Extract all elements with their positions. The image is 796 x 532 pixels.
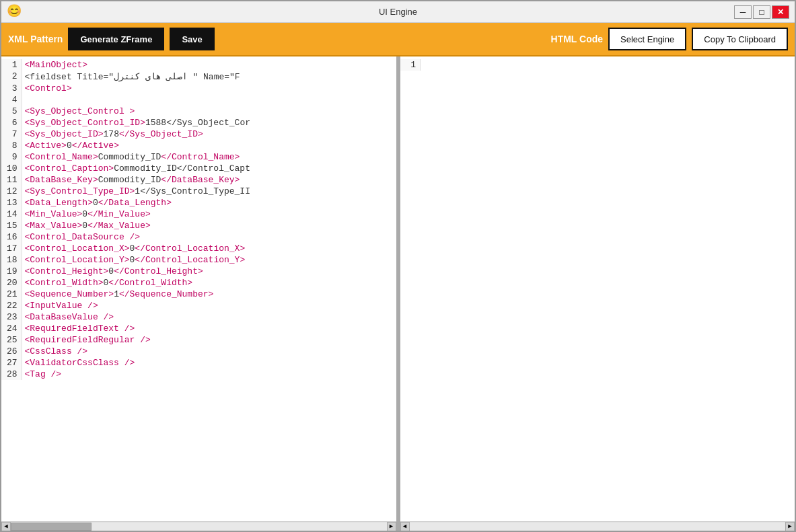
table-row: 2 <fieldset Title="اصلی های کنترل " Name… (1, 71, 396, 83)
line-number: 13 (1, 197, 22, 208)
line-number: 28 (1, 369, 22, 380)
line-number: 11 (1, 174, 22, 186)
toolbar: XML Pattern Generate ZFrame Save HTML Co… (1, 23, 795, 56)
line-code: <DataBase_Key>Commodity_ID</DataBase_Key… (22, 174, 396, 186)
line-code: <Sys_Object_Control_ID>1588</Sys_Object_… (22, 117, 396, 128)
line-code: <Control_Location_X>0</Control_Location_… (22, 243, 396, 254)
table-row: 1<MainObject> (1, 59, 396, 71)
table-row: 14 <Min_Value>0</Min_Value> (1, 208, 396, 220)
line-number: 12 (1, 186, 22, 197)
line-number: 6 (1, 117, 22, 128)
window-title: UI Engine (379, 7, 417, 17)
line-code: <Tag /> (22, 369, 396, 380)
table-row: 12 <Sys_Control_Type_ID>1</Sys_Control_T… (1, 186, 396, 197)
line-code: <Control_Width>0</Control_Width> (22, 277, 396, 289)
table-row: 18 <Control_Location_Y>0</Control_Locati… (1, 254, 396, 266)
table-row: 16 <Control_DataSource /> (1, 231, 396, 243)
scroll-thumb[interactable] (11, 523, 92, 531)
line-code: <Sequence_Number>1</Sequence_Number> (22, 289, 396, 300)
table-row: 27 <ValidatorCssClass /> (1, 357, 396, 369)
left-panel: 1<MainObject>2 <fieldset Title="اصلی های… (1, 56, 398, 531)
line-code: <CssClass /> (22, 346, 396, 357)
minimize-button[interactable]: ─ (734, 5, 752, 19)
toolbar-left: XML Pattern Generate ZFrame Save (8, 28, 546, 50)
line-number: 17 (1, 243, 22, 254)
right-horizontal-scrollbar[interactable]: ◀ ▶ (400, 521, 795, 531)
line-number: 25 (1, 334, 22, 346)
table-row: 9 <Control_Name>Commodity_ID</Control_Na… (1, 151, 396, 163)
line-code: <Control> (22, 83, 396, 94)
table-row: 17 <Control_Location_X>0</Control_Locati… (1, 243, 396, 254)
table-row: 23 <DataBaseValue /> (1, 311, 396, 323)
left-horizontal-scrollbar[interactable]: ◀ ▶ (1, 521, 396, 531)
table-row: 15 <Max_Value>0</Max_Value> (1, 220, 396, 231)
line-code: <Control_Name>Commodity_ID</Control_Name… (22, 151, 396, 163)
select-engine-button[interactable]: Select Engine (608, 28, 686, 50)
table-row: 20 <Control_Width>0</Control_Width> (1, 277, 396, 289)
line-code: <Control_Caption>Commodity_ID</Control_C… (22, 163, 396, 174)
table-row: 11 <DataBase_Key>Commodity_ID</DataBase_… (1, 174, 396, 186)
line-number: 16 (1, 231, 22, 243)
line-code: <InputValue /> (22, 300, 396, 311)
scroll-right-arrow[interactable]: ▶ (387, 522, 396, 531)
table-row: 25 <RequiredFieldRegular /> (1, 334, 396, 346)
line-number: 9 (1, 151, 22, 163)
line-code (421, 59, 795, 71)
line-code: <DataBaseValue /> (22, 311, 396, 323)
line-number: 10 (1, 163, 22, 174)
table-row: 1 (400, 59, 795, 71)
line-number: 19 (1, 266, 22, 277)
line-number: 24 (1, 323, 22, 334)
code-table: 1<MainObject>2 <fieldset Title="اصلی های… (1, 59, 396, 380)
line-number: 4 (1, 94, 22, 106)
toolbar-right: HTML Code Select Engine Copy To Clipboar… (551, 28, 788, 50)
line-code: <Max_Value>0</Max_Value> (22, 220, 396, 231)
line-number: 14 (1, 208, 22, 220)
table-row: 24 <RequiredFieldText /> (1, 323, 396, 334)
maximize-button[interactable]: □ (753, 5, 770, 19)
line-number: 8 (1, 140, 22, 151)
right-scroll-track[interactable] (410, 523, 786, 531)
line-code: <RequiredFieldRegular /> (22, 334, 396, 346)
line-code: <Active>0</Active> (22, 140, 396, 151)
line-number: 26 (1, 346, 22, 357)
line-number: 22 (1, 300, 22, 311)
right-panel: 1 ◀ ▶ (400, 56, 795, 531)
close-button[interactable]: ✕ (772, 5, 789, 19)
table-row: 5 <Sys_Object_Control > (1, 106, 396, 117)
line-code (22, 94, 396, 106)
scroll-track[interactable] (11, 523, 387, 531)
line-number: 7 (1, 128, 22, 140)
line-number: 23 (1, 311, 22, 323)
table-row: 4 (1, 94, 396, 106)
table-row: 10 <Control_Caption>Commodity_ID</Contro… (1, 163, 396, 174)
right-code-area[interactable]: 1 (400, 56, 795, 521)
left-code-area[interactable]: 1<MainObject>2 <fieldset Title="اصلی های… (1, 56, 396, 521)
right-scroll-left-arrow[interactable]: ◀ (400, 522, 410, 531)
line-code: <Control_DataSource /> (22, 231, 396, 243)
table-row: 3 <Control> (1, 83, 396, 94)
line-number: 15 (1, 220, 22, 231)
title-bar-left: 😊 (7, 5, 20, 19)
copy-clipboard-button[interactable]: Copy To Clipboard (692, 28, 788, 50)
generate-zframe-button[interactable]: Generate ZFrame (68, 28, 164, 50)
line-code: <Min_Value>0</Min_Value> (22, 208, 396, 220)
title-bar: 😊 UI Engine ─ □ ✕ (1, 1, 795, 23)
line-number: 3 (1, 83, 22, 94)
table-row: 22 <InputValue /> (1, 300, 396, 311)
line-code: <Sys_Control_Type_ID>1</Sys_Control_Type… (22, 186, 396, 197)
table-row: 19 <Control_Height>0</Control_Height> (1, 266, 396, 277)
main-window: 😊 UI Engine ─ □ ✕ XML Pattern Generate Z… (0, 0, 796, 532)
line-num: 1 (400, 59, 421, 71)
line-code: <ValidatorCssClass /> (22, 357, 396, 369)
html-code-label: HTML Code (551, 34, 604, 44)
scroll-left-arrow[interactable]: ◀ (1, 522, 11, 531)
table-row: 7 <Sys_Object_ID>178</Sys_Object_ID> (1, 128, 396, 140)
save-button[interactable]: Save (170, 28, 214, 50)
line-code: <Sys_Object_Control > (22, 106, 396, 117)
right-scroll-right-arrow[interactable]: ▶ (785, 522, 795, 531)
xml-pattern-label: XML Pattern (8, 34, 63, 44)
line-number: 5 (1, 106, 22, 117)
line-code: <Control_Location_Y>0</Control_Location_… (22, 254, 396, 266)
line-code: <Data_Length>0</Data_Length> (22, 197, 396, 208)
